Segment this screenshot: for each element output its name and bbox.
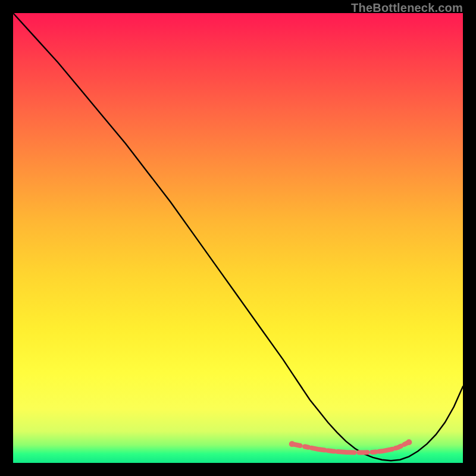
curve-path <box>13 13 463 461</box>
bottleneck-markers <box>289 439 412 452</box>
marker-dot <box>406 439 412 445</box>
chart-frame: TheBottleneck.com <box>0 0 476 476</box>
bottleneck-curve <box>13 13 463 461</box>
marker-dash <box>292 442 409 452</box>
chart-svg <box>13 13 463 463</box>
marker-dot <box>289 441 295 447</box>
chart-plot-area <box>13 13 463 463</box>
